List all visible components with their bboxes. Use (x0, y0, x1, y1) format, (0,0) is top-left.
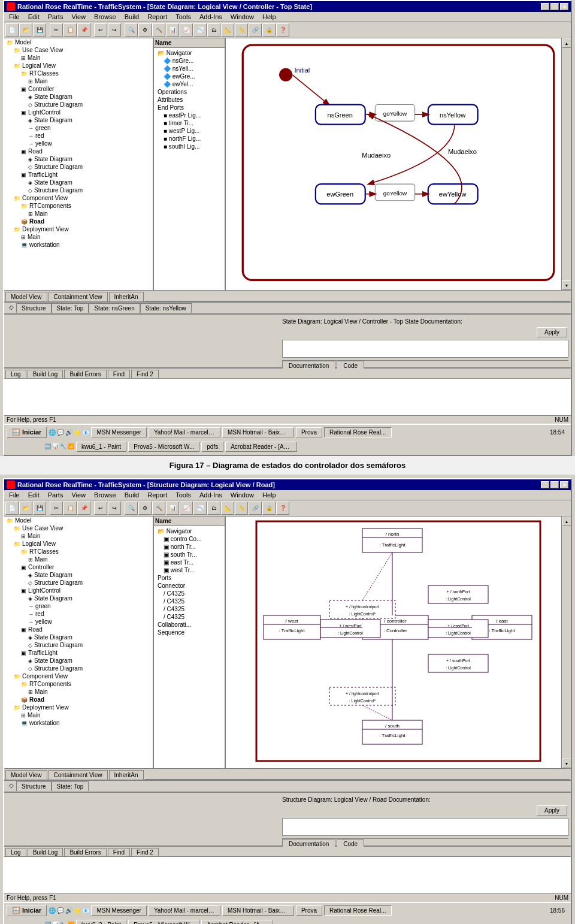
menu-tools[interactable]: Tools (172, 13, 195, 21)
minimize-button2[interactable]: _ (541, 481, 549, 488)
nav-item-ewgre[interactable]: 🔷 ewGre... (156, 73, 222, 80)
taskbar4-item-paint[interactable]: kwu6_2 - Paint (76, 920, 126, 925)
toolbar-redo[interactable]: ↪ (108, 23, 121, 37)
tree-model[interactable]: 📁Model (4, 38, 153, 46)
tree2-struct-diag1[interactable]: ◇Structure Diagram (4, 579, 153, 587)
log-tab-buildlog[interactable]: Build Log (28, 370, 63, 378)
tree2-yellow[interactable]: →yellow (4, 618, 153, 626)
menu2-help[interactable]: Help (259, 491, 280, 499)
tab2-inheritan[interactable]: InheritAn (109, 770, 144, 780)
log-tab-builderrors[interactable]: Build Errors (64, 370, 106, 378)
status-tab-top[interactable]: State: Top (52, 303, 89, 313)
log2-tab-find2[interactable]: Find 2 (131, 848, 159, 856)
tree-state-diag4[interactable]: ◈State Diagram (4, 179, 153, 186)
tree-state-diag2[interactable]: ◈State Diagram (4, 116, 153, 124)
nav2-item-sequence[interactable]: Sequence (156, 629, 222, 636)
menu2-report[interactable]: Report (144, 491, 171, 499)
nav2-item-c4325d[interactable]: / C4325 (156, 613, 222, 621)
tree2-main1[interactable]: ⊞Main (4, 532, 153, 540)
toolbar2-new[interactable]: 📄 (5, 502, 19, 515)
tab-inheritan[interactable]: InheritAn (109, 292, 144, 301)
tree2-green[interactable]: →green (4, 602, 153, 610)
taskbar3-item-hotmail[interactable]: MSN Hotmail - Baixar ... (222, 905, 294, 916)
toolbar2-b8[interactable]: 📐 (221, 502, 234, 515)
apply-button1[interactable]: Apply (537, 327, 567, 337)
tree2-road[interactable]: ▣Road (4, 626, 153, 633)
tree2-state-diag2[interactable]: ◈State Diagram (4, 594, 153, 602)
tree-struct-diag2[interactable]: ◇Structure Diagram (4, 163, 153, 171)
scrollbar-right1[interactable]: ▲ ▼ (561, 38, 571, 290)
menu2-build[interactable]: Build (121, 491, 143, 499)
menu2-tools[interactable]: Tools (172, 491, 195, 499)
tree2-main4[interactable]: ⊞Main (4, 711, 153, 719)
nav2-item-collaborati[interactable]: Collaborati... (156, 621, 222, 629)
nav2-item-west[interactable]: ▣ west Tr... (156, 566, 222, 574)
toolbar-copy[interactable]: 📋 (63, 23, 77, 37)
toolbar-b7[interactable]: 🗂 (207, 23, 220, 37)
taskbar2-item-pdfs[interactable]: pdfs (201, 442, 223, 452)
log-tab-find[interactable]: Find (108, 370, 130, 378)
tree2-struct-diag2[interactable]: ◇Structure Diagram (4, 641, 153, 649)
toolbar2-cut[interactable]: ✂ (50, 502, 63, 515)
log-tab-log[interactable]: Log (5, 370, 26, 378)
taskbar-item-prova1[interactable]: Prova (296, 427, 322, 437)
nav-item-nav[interactable]: 📂 Navigator (156, 49, 222, 57)
scroll-down-btn2[interactable]: ▼ (562, 759, 571, 768)
nav-item-ops[interactable]: Operations (156, 88, 222, 96)
toolbar2-b3[interactable]: 🔨 (152, 502, 165, 515)
toolbar2-redo[interactable]: ↪ (108, 502, 121, 515)
nav2-item-north[interactable]: ▣ north Tr... (156, 543, 222, 551)
minimize-button[interactable]: _ (541, 3, 549, 10)
tree-red[interactable]: →red (4, 132, 153, 140)
taskbar3-item-msn[interactable]: MSN Messenger (91, 905, 146, 916)
tree2-state-diag1[interactable]: ◈State Diagram (4, 571, 153, 579)
nav2-item-c4325c[interactable]: / C4325 (156, 605, 222, 613)
menu-edit[interactable]: Edit (25, 13, 43, 21)
nav2-item-contro[interactable]: ▣ contro Co... (156, 535, 222, 543)
tab-containment-view[interactable]: Containment View (49, 292, 108, 301)
doc-text-area1[interactable] (282, 340, 568, 358)
toolbar2-b7[interactable]: 🗂 (207, 502, 220, 515)
status-tab-nsgreen[interactable]: State: nsGreen (89, 303, 140, 313)
tree-road2[interactable]: 📦Road (4, 218, 153, 225)
taskbar3-item-prova[interactable]: Prova (296, 905, 322, 916)
taskbar-item-hotmail1[interactable]: MSN Hotmail - Baixar ... (222, 427, 294, 437)
tree-workstation[interactable]: 💻workstation (4, 241, 153, 249)
tree-road[interactable]: ▣Road (4, 147, 153, 155)
toolbar2-b4[interactable]: 📊 (166, 502, 179, 515)
tree-lightcontrol[interactable]: ▣LightControl (4, 108, 153, 116)
close-button[interactable]: ✕ (560, 3, 568, 10)
menu2-addins[interactable]: Add-Ins (196, 491, 226, 499)
menu2-view[interactable]: View (68, 491, 89, 499)
tree2-road2[interactable]: 📦Road (4, 696, 153, 703)
nav-item-nsyell[interactable]: 🔷 nsYell... (156, 65, 222, 73)
toolbar-b5[interactable]: 📈 (180, 23, 193, 37)
taskbar-item-msn1[interactable]: MSN Messenger (91, 427, 146, 437)
nav2-item-east[interactable]: ▣ east Tr... (156, 558, 222, 566)
tree-green[interactable]: →green (4, 124, 153, 132)
tree-trafficlight[interactable]: ▣TrafficLight (4, 171, 153, 179)
nav-item-ewyel[interactable]: 🔷 ewYel... (156, 80, 222, 88)
menu2-file[interactable]: File (5, 491, 23, 499)
toolbar-save[interactable]: 💾 (33, 23, 46, 37)
status2-tab-top[interactable]: State: Top (52, 781, 89, 791)
tree2-rtcomponents[interactable]: 📁RTComponents (4, 680, 153, 688)
tree-state-diag1[interactable]: ◈State Diagram (4, 93, 153, 101)
tree2-struct-diag3[interactable]: ◇Structure Diagram (4, 665, 153, 672)
menu2-edit[interactable]: Edit (25, 491, 43, 499)
menu-report[interactable]: Report (144, 13, 171, 21)
toolbar-b10[interactable]: 🔗 (249, 23, 262, 37)
menu2-parts[interactable]: Parts (44, 491, 67, 499)
tree-deployview[interactable]: 📁Deployment View (4, 225, 153, 233)
tree2-workstation[interactable]: 💻workstation (4, 719, 153, 727)
tab2-model-view[interactable]: Model View (5, 770, 47, 780)
taskbar3-item-rose[interactable]: Rational Rose Real... (324, 905, 392, 916)
toolbar2-b2[interactable]: ⚙ (138, 502, 152, 515)
apply-button2[interactable]: Apply (537, 805, 567, 816)
log2-tab-buildlog[interactable]: Build Log (28, 848, 63, 856)
taskbar2-item-acrobat[interactable]: Acrobat Reader - [Au... (225, 442, 297, 452)
toolbar2-paste[interactable]: 📌 (77, 502, 90, 515)
scrollbar-right2[interactable]: ▲ ▼ (561, 517, 571, 768)
nav-item-northf[interactable]: ■ northF Lig... (156, 135, 222, 143)
taskbar-item-rose1[interactable]: Rational Rose Real... (324, 427, 392, 437)
